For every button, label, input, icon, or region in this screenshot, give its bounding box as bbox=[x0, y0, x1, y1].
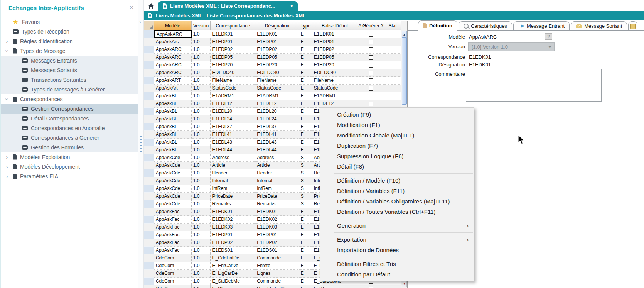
table-row[interactable]: CdeCom1.0E_DEVariable EntêteEE_DE bbox=[144, 285, 401, 288]
commentaire-textarea[interactable] bbox=[466, 69, 602, 102]
cell-designation[interactable]: E1EDP01 bbox=[255, 231, 299, 239]
cell-correspondance[interactable]: E1EDL24 bbox=[211, 115, 255, 123]
row-header-cell[interactable] bbox=[144, 270, 154, 278]
cell-modele[interactable]: AppAskCde bbox=[154, 169, 192, 177]
modele-field-value[interactable]: AppAskARC bbox=[469, 34, 497, 40]
cell-type[interactable]: E bbox=[299, 46, 312, 54]
cell-stat[interactable] bbox=[384, 46, 401, 54]
cell-version[interactable]: 1.0 bbox=[192, 54, 211, 61]
menu-item-definition-toutes-variables-ctrl-f11[interactable]: Définition / Toutes Variables (Ctrl+F11) bbox=[320, 207, 474, 217]
cell-version[interactable]: 1.0 bbox=[192, 69, 211, 77]
row-header-cell[interactable] bbox=[144, 92, 154, 100]
cell-type[interactable]: E bbox=[299, 146, 312, 154]
cell-a-generer[interactable] bbox=[357, 61, 384, 69]
cell-modele[interactable]: AppAskFac bbox=[154, 216, 192, 224]
cell-designation[interactable]: E1EDL41 bbox=[255, 131, 299, 139]
panel-splitter[interactable]: ‹ bbox=[138, 0, 144, 288]
cell-balise-debut[interactable]: E1EDP05 bbox=[312, 54, 358, 61]
cell-type[interactable]: E bbox=[299, 69, 312, 77]
table-row[interactable]: AppAskBL1.0E1ADRM1E1ADRM1EE1ADRM1 bbox=[144, 92, 401, 100]
cell-type[interactable]: S bbox=[299, 169, 312, 177]
row-header-cell[interactable] bbox=[144, 146, 154, 154]
cell-type[interactable]: E bbox=[299, 38, 312, 46]
collapse-sidebar-icon[interactable]: ‹ bbox=[139, 19, 141, 24]
cell-correspondance[interactable]: E_EntCarDe bbox=[211, 262, 255, 270]
cell-type[interactable]: E bbox=[299, 224, 312, 231]
menu-item-importation-de-donnees[interactable]: Importation de Données bbox=[320, 245, 474, 255]
cell-type[interactable]: E bbox=[299, 61, 312, 69]
cell-type[interactable]: E bbox=[299, 247, 312, 254]
cell-type[interactable]: E bbox=[299, 108, 312, 115]
cell-version[interactable]: 1.0 bbox=[192, 247, 211, 254]
sidebar-close-icon[interactable]: × bbox=[130, 4, 133, 12]
cell-balise-debut[interactable]: FileName bbox=[312, 77, 358, 85]
cell-modele[interactable]: AppAskARC bbox=[154, 46, 192, 54]
cell-version[interactable]: 1.0 bbox=[192, 85, 211, 92]
menu-item-modification-globale-maj-f1[interactable]: Modification Globale (Maj+F1) bbox=[320, 130, 474, 141]
cell-correspondance[interactable]: E1EDP02 bbox=[211, 46, 255, 54]
sidebar-item-modeles-exploitation[interactable]: ›Modèles Exploitation bbox=[1, 152, 138, 162]
tab-partial[interactable] bbox=[628, 21, 637, 30]
cell-type[interactable]: S bbox=[299, 154, 312, 162]
sidebar-item-parametres-eia[interactable]: ›Paramètres EIA bbox=[1, 171, 138, 181]
cell-designation[interactable]: IntRem bbox=[255, 185, 299, 193]
cell-modele[interactable]: AppAskFac bbox=[154, 247, 192, 254]
cell-correspondance[interactable]: E_CdeEntDe bbox=[211, 254, 255, 262]
cell-designation[interactable]: EDI_DC40 bbox=[255, 69, 299, 77]
cell-type[interactable]: E bbox=[299, 208, 312, 216]
cell-modele[interactable]: AppAskArt bbox=[154, 85, 192, 92]
cell-version[interactable]: 1.0 bbox=[192, 139, 211, 146]
row-header-cell[interactable] bbox=[144, 193, 154, 200]
cell-a-generer[interactable] bbox=[357, 285, 384, 288]
checkbox-unchecked[interactable] bbox=[369, 63, 373, 68]
menu-item-exportation[interactable]: Exportation› bbox=[320, 234, 474, 245]
cell-a-generer[interactable] bbox=[357, 92, 384, 100]
cell-modele[interactable]: AppAskCde bbox=[154, 154, 192, 162]
table-row[interactable]: AppAskARC1.0EDI_DC40EDI_DC40EEDI_DC40 bbox=[144, 69, 401, 77]
row-header-cell[interactable] bbox=[144, 61, 154, 69]
chevron-right-icon[interactable]: › bbox=[4, 164, 10, 169]
cell-a-generer[interactable] bbox=[357, 46, 384, 54]
cell-a-generer[interactable] bbox=[357, 38, 384, 46]
cell-correspondance[interactable]: E1EDP02 bbox=[211, 239, 255, 247]
checkbox-unchecked[interactable] bbox=[369, 86, 373, 91]
cell-version[interactable]: 1.0 bbox=[192, 224, 211, 231]
home-tab[interactable] bbox=[145, 1, 157, 11]
cell-modele[interactable]: AppAskBL bbox=[154, 146, 192, 154]
row-header-cell[interactable] bbox=[144, 224, 154, 231]
cell-designation[interactable]: Commande bbox=[255, 254, 299, 262]
tab-message-sortant[interactable]: Message Sortant bbox=[571, 21, 627, 30]
cell-correspondance[interactable]: E1ADRM1 bbox=[211, 92, 255, 100]
cell-modele[interactable]: CdeCom bbox=[154, 254, 192, 262]
cell-correspondance[interactable]: E1EDK01 bbox=[211, 208, 255, 216]
menu-item-definition-variables-f11[interactable]: Définition / Variables (F11) bbox=[320, 186, 474, 196]
cell-type[interactable]: E bbox=[299, 85, 312, 92]
cell-designation[interactable]: E1EDP01 bbox=[255, 38, 299, 46]
cell-version[interactable]: 1.0 bbox=[192, 200, 211, 208]
cell-balise-debut[interactable]: E1EDP02 bbox=[312, 46, 358, 54]
cell-correspondance[interactable]: FileName bbox=[211, 77, 255, 85]
cell-type[interactable]: E bbox=[299, 131, 312, 139]
cell-version[interactable]: 1.0 bbox=[192, 278, 211, 285]
row-header-cell[interactable] bbox=[144, 100, 154, 108]
checkbox-unchecked[interactable] bbox=[369, 102, 373, 106]
cell-type[interactable]: E bbox=[299, 77, 312, 85]
cell-correspondance[interactable]: Article bbox=[211, 162, 255, 169]
column-header-version[interactable]: Version bbox=[192, 21, 211, 30]
select-all-corner-cell[interactable] bbox=[144, 21, 154, 30]
cell-modele[interactable]: AppAskCde bbox=[154, 177, 192, 185]
cell-modele[interactable]: CdeCom bbox=[154, 270, 192, 278]
sidebar-item-types-de-message[interactable]: ›Types de Message bbox=[1, 46, 138, 56]
menu-item-suppression-logique-f6[interactable]: Suppression Logique (F6) bbox=[320, 151, 474, 161]
cell-version[interactable]: 1.0 bbox=[192, 231, 211, 239]
cell-designation[interactable]: E1EDP02 bbox=[255, 46, 299, 54]
cell-type[interactable]: E bbox=[299, 278, 312, 285]
checkbox-unchecked[interactable] bbox=[369, 40, 373, 44]
cell-balise-debut[interactable]: E_DE bbox=[312, 285, 358, 288]
checkbox-unchecked[interactable] bbox=[369, 94, 373, 98]
cell-version[interactable]: 1.0 bbox=[192, 208, 211, 216]
cell-correspondance[interactable]: E_StdDebMe bbox=[211, 278, 255, 285]
sidebar-item-favoris[interactable]: ★Favoris bbox=[1, 17, 138, 27]
column-header-type[interactable]: Type bbox=[299, 21, 312, 30]
cell-modele[interactable]: CdeCom bbox=[154, 285, 192, 288]
